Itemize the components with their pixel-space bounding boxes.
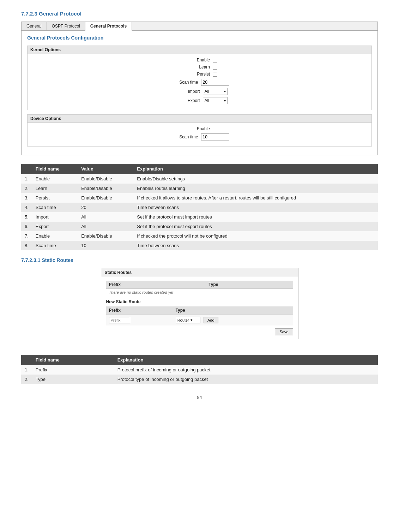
new-sr-row: Router ▾ Add <box>106 315 293 326</box>
chevron-down-icon: ▾ <box>191 318 193 322</box>
subsection-title: 7.7.2.3.1 Static Routes <box>21 257 378 263</box>
row-explanation: If checked it allows to store routes. Af… <box>133 193 378 203</box>
kernel-options-group: Kernel Options Enable Learn Persist Scan… <box>27 46 372 110</box>
row-explanation: Set if the protocol must export routes <box>133 222 378 231</box>
table-row: 1. Prefix Protocol prefix of incoming or… <box>21 365 378 375</box>
new-sr-prefix-cell <box>106 315 173 326</box>
sr-col-prefix: Prefix <box>106 281 206 289</box>
static-routes-panel: Static Routes Prefix Type There are no s… <box>101 268 298 339</box>
table-row: 4. Scan time 20 Time between scans <box>21 203 378 212</box>
table-row: 7. Enable Enable/Disable If checked the … <box>21 231 378 241</box>
sr-col-fieldname-header: Field name <box>32 355 114 365</box>
device-options-body: Enable Scan time <box>28 123 371 146</box>
row-num: 5. <box>21 212 32 222</box>
row-value: All <box>78 222 133 231</box>
new-sr-type-cell: Router ▾ Add <box>173 315 293 326</box>
sr-col-explanation-header: Explanation <box>114 355 378 365</box>
row-field: Import <box>32 212 78 222</box>
type-select-value: Router <box>177 318 189 322</box>
kernel-options-header: Kernel Options <box>28 46 371 54</box>
row-num: 8. <box>21 241 32 250</box>
form-row-scan-time: Scan time <box>35 79 364 86</box>
form-row-enable: Enable <box>35 58 364 62</box>
row-num: 1. <box>21 174 32 184</box>
input-device-scan-time[interactable] <box>201 133 229 141</box>
prefix-input[interactable] <box>109 317 130 323</box>
tab-general-protocols[interactable]: General Protocols <box>85 22 132 31</box>
row-value: 20 <box>78 203 133 212</box>
kernel-options-body: Enable Learn Persist Scan time Import <box>28 54 371 110</box>
device-options-group: Device Options Enable Scan time <box>27 114 372 147</box>
row-field: Enable <box>32 231 78 241</box>
row-field: Prefix <box>32 365 114 375</box>
new-sr-col-prefix: Prefix <box>106 306 173 315</box>
sr-empty-row: There are no static routes created yet <box>106 289 293 296</box>
label-device-scan-time: Scan time <box>170 135 198 139</box>
row-explanation: Time between scans <box>133 241 378 250</box>
checkbox-persist[interactable] <box>213 72 217 77</box>
label-export: Export <box>172 98 200 103</box>
tab-general[interactable]: General <box>22 22 47 30</box>
row-explanation: Enable/Disable settings <box>133 174 378 184</box>
row-field: Scan time <box>32 203 78 212</box>
chevron-down-icon: ▾ <box>224 90 226 94</box>
sr-col-type: Type <box>206 281 293 289</box>
row-num: 4. <box>21 203 32 212</box>
form-row-learn: Learn <box>35 65 364 70</box>
row-explanation: Enables routes learning <box>133 184 378 193</box>
row-value: All <box>78 212 133 222</box>
table-row: 6. Export All Set if the protocol must e… <box>21 222 378 231</box>
save-button[interactable]: Save <box>275 328 293 335</box>
row-explanation: Protocol prefix of incoming or outgoing … <box>114 365 378 375</box>
sr-data-table: Field name Explanation 1. Prefix Protoco… <box>21 355 378 384</box>
row-num: 2. <box>21 375 32 384</box>
checkbox-device-enable[interactable] <box>213 127 217 131</box>
tab-panel: General OSPF Protocol General Protocols … <box>21 22 378 155</box>
table-row: 2. Learn Enable/Disable Enables routes l… <box>21 184 378 193</box>
page-number: 84 <box>21 395 378 400</box>
tab-ospf[interactable]: OSPF Protocol <box>47 22 85 30</box>
select-export[interactable]: All ▾ <box>203 97 228 104</box>
row-num: 3. <box>21 193 32 203</box>
table-row: 2. Type Protocol type of incoming or out… <box>21 375 378 384</box>
table-row: 1. Enable Enable/Disable Enable/Disable … <box>21 174 378 184</box>
col-fieldname-header: Field name <box>32 164 78 174</box>
existing-routes-table: Prefix Type There are no static routes c… <box>106 281 293 296</box>
sr-col-num-header <box>21 355 32 365</box>
label-import: Import <box>172 89 200 94</box>
row-num: 6. <box>21 222 32 231</box>
row-value: Enable/Disable <box>78 184 133 193</box>
form-row-import: Import All ▾ <box>35 88 364 95</box>
static-routes-body: Prefix Type There are no static routes c… <box>101 277 298 339</box>
table-row: 5. Import All Set if the protocol must i… <box>21 212 378 222</box>
type-select[interactable]: Router ▾ <box>176 317 200 323</box>
col-explanation-header: Explanation <box>133 164 378 174</box>
input-scan-time[interactable] <box>201 79 229 86</box>
save-row: Save <box>106 328 293 335</box>
new-route-table: Prefix Type Router ▾ <box>106 306 293 325</box>
row-value: Enable/Disable <box>78 231 133 241</box>
add-button[interactable]: Add <box>204 317 218 323</box>
row-num: 7. <box>21 231 32 241</box>
config-title: General Protocols Configuration <box>27 35 372 41</box>
form-row-device-enable: Enable <box>35 126 364 131</box>
select-import[interactable]: All ▾ <box>203 88 228 95</box>
row-field: Export <box>32 222 78 231</box>
row-value: 10 <box>78 241 133 250</box>
select-import-value: All <box>205 89 209 94</box>
row-field: Enable <box>32 174 78 184</box>
row-explanation: Set if the protocol must import routes <box>133 212 378 222</box>
section-title: 7.7.2.3 General Protocol <box>21 11 378 17</box>
checkbox-learn[interactable] <box>213 65 217 70</box>
checkbox-enable[interactable] <box>213 58 217 62</box>
row-field: Type <box>32 375 114 384</box>
row-num: 2. <box>21 184 32 193</box>
row-explanation: Time between scans <box>133 203 378 212</box>
label-learn: Learn <box>182 65 210 70</box>
label-enable: Enable <box>182 58 210 62</box>
row-num: 1. <box>21 365 32 375</box>
table-row: 3. Persist Enable/Disable If checked it … <box>21 193 378 203</box>
label-device-enable: Enable <box>182 126 210 131</box>
form-row-persist: Persist <box>35 72 364 77</box>
table-row: 8. Scan time 10 Time between scans <box>21 241 378 250</box>
